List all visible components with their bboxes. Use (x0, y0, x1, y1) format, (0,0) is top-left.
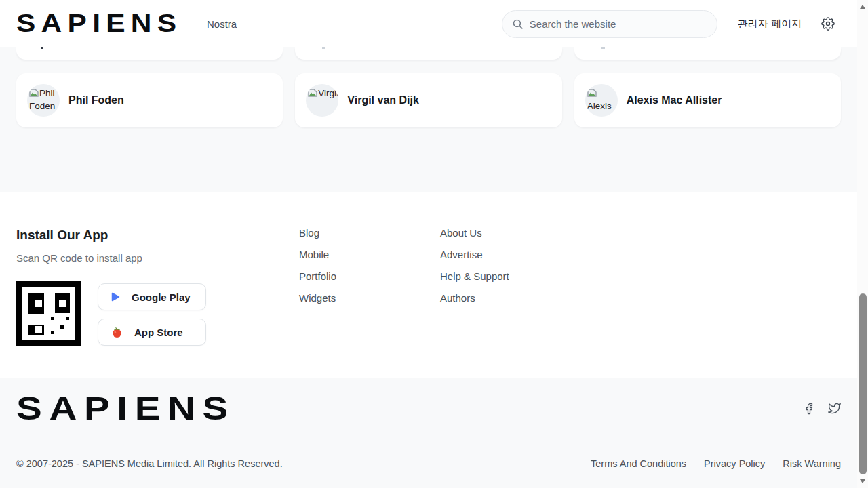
footer-logo-text: SAPIENS (16, 392, 235, 425)
play-icon (111, 292, 120, 302)
truncated-text-fragment (322, 47, 326, 49)
partial-card[interactable] (574, 47, 841, 60)
broken-image-icon (29, 89, 39, 97)
footer-link-authors[interactable]: Authors (440, 293, 475, 304)
footer-bottom: SAPIENS © 2007-202 (0, 378, 857, 488)
legal-links: Terms And Conditions Privacy Policy Risk… (591, 458, 841, 469)
player-card-row: Phil Foden Phil Foden Virgil Virgil van … (16, 73, 841, 127)
partial-card[interactable] (295, 47, 561, 60)
footer-link-widgets[interactable]: Widgets (299, 293, 336, 304)
avatar-alt-text: Virgil (318, 88, 338, 98)
footer-link-advertise[interactable]: Advertise (440, 249, 483, 260)
broken-image-icon (587, 89, 597, 97)
footer-links-column-2: About Us Advertise Help & Support Author… (440, 228, 581, 378)
twitter-link[interactable] (828, 402, 841, 415)
privacy-policy-link[interactable]: Privacy Policy (704, 458, 765, 469)
player-name: Virgil van Dijk (347, 94, 419, 106)
scroll-area: SAPIENS Nostra 관리자 페이지 (0, 0, 857, 488)
gear-icon (821, 17, 835, 30)
twitter-icon (828, 402, 841, 415)
copyright-text: © 2007-2025 - SAPIENS Media Limited. All… (16, 458, 283, 469)
partial-card-row (16, 47, 841, 60)
footer-link-help-support[interactable]: Help & Support (440, 271, 509, 282)
search-icon (512, 18, 524, 30)
scrollbar[interactable] (857, 0, 868, 488)
footer-links-column-1: Blog Mobile Portfolio Widgets (299, 228, 440, 378)
install-app-subtitle: Scan QR code to install app (16, 252, 299, 264)
search-input[interactable] (530, 18, 699, 30)
player-card[interactable]: Virgil Virgil van Dijk (295, 73, 561, 127)
page: SAPIENS Nostra 관리자 페이지 (0, 0, 868, 488)
footer-link-mobile[interactable]: Mobile (299, 249, 329, 260)
broken-image-icon (308, 89, 317, 97)
truncated-text-fragment (601, 47, 605, 49)
avatar: Phil Foden (27, 84, 60, 117)
social-links (803, 402, 841, 415)
google-play-label: Google Play (132, 291, 191, 303)
partial-card[interactable] (16, 47, 283, 60)
facebook-icon (803, 403, 815, 415)
player-card[interactable]: Phil Foden Phil Foden (16, 73, 283, 127)
truncated-text-fragment (41, 47, 43, 49)
apple-icon (111, 327, 123, 338)
content-area: Phil Foden Phil Foden Virgil Virgil van … (0, 47, 857, 192)
facebook-link[interactable] (803, 403, 815, 415)
install-app-section: Install Our App Scan QR code to install … (16, 228, 299, 378)
footer-logo[interactable]: SAPIENS (16, 392, 244, 425)
player-card[interactable]: Alexis Alexis Mac Allister (574, 73, 841, 127)
navbar-logo-text: SAPIENS (16, 12, 182, 36)
footer-link-about-us[interactable]: About Us (440, 228, 482, 239)
player-name: Alexis Mac Allister (627, 94, 722, 106)
scrollbar-thumb[interactable] (859, 293, 867, 474)
navbar-logo[interactable]: SAPIENS (16, 12, 190, 36)
install-app-title: Install Our App (16, 228, 299, 243)
terms-link[interactable]: Terms And Conditions (591, 458, 686, 469)
admin-page-link[interactable]: 관리자 페이지 (738, 18, 802, 30)
footer-link-portfolio[interactable]: Portfolio (299, 271, 336, 282)
footer: Install Our App Scan QR code to install … (0, 192, 857, 378)
settings-button[interactable] (821, 17, 835, 30)
avatar: Virgil (306, 84, 338, 117)
avatar-alt-text: Alexis (587, 101, 612, 111)
risk-warning-link[interactable]: Risk Warning (783, 458, 841, 469)
footer-link-blog[interactable]: Blog (299, 228, 319, 239)
scroll-up-button[interactable] (860, 5, 865, 9)
qr-code-image (16, 281, 81, 346)
site-name: Nostra (207, 18, 237, 30)
app-store-button[interactable]: App Store (98, 319, 206, 346)
player-name: Phil Foden (68, 94, 124, 106)
google-play-button[interactable]: Google Play (98, 283, 206, 310)
scroll-down-button[interactable] (860, 479, 865, 483)
app-store-label: App Store (134, 327, 183, 338)
search-bar[interactable] (502, 10, 717, 38)
navbar: SAPIENS Nostra 관리자 페이지 (0, 0, 857, 47)
avatar: Alexis (585, 84, 618, 117)
